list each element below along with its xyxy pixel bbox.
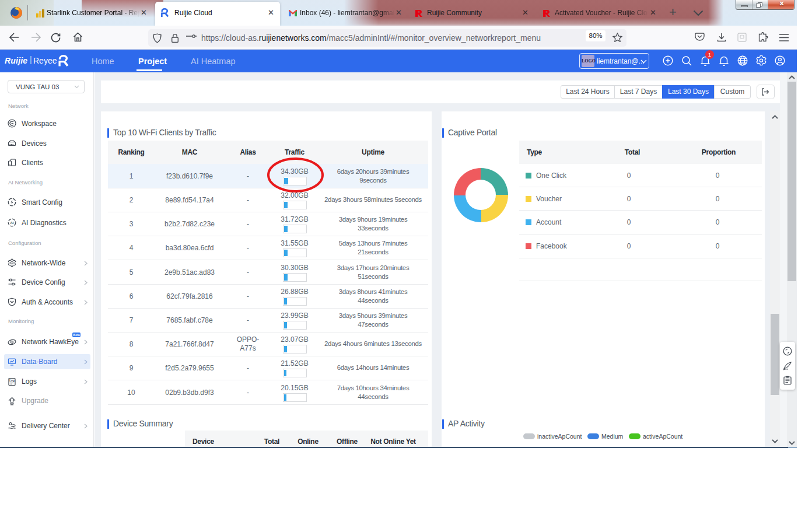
- svg-text:AI: AI: [10, 221, 14, 225]
- svg-text:Log: Log: [9, 379, 15, 382]
